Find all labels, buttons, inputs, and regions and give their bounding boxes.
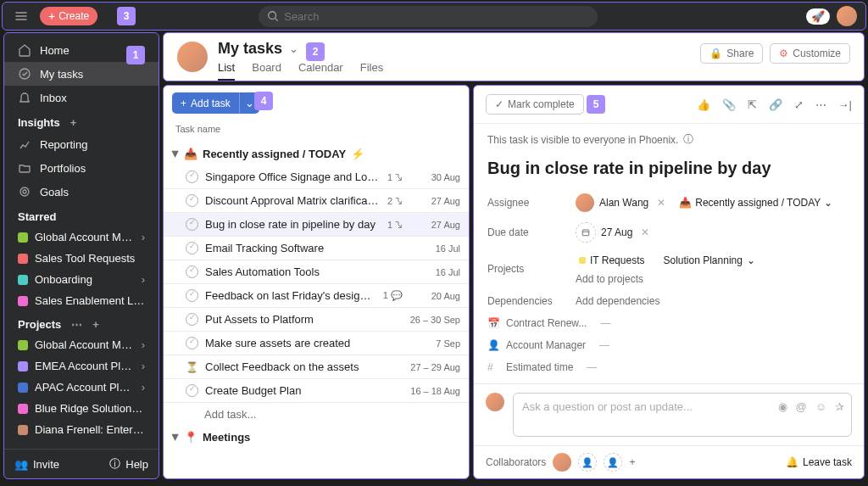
complete-checkbox[interactable]	[186, 242, 198, 254]
attachment-icon[interactable]: 📎	[722, 98, 736, 111]
complete-checkbox[interactable]	[186, 265, 198, 278]
complete-checkbox[interactable]	[186, 289, 198, 302]
leave-task-button[interactable]: 🔔 Leave task	[786, 456, 852, 468]
plus-icon[interactable]: +	[70, 116, 77, 129]
mention-icon[interactable]: @	[796, 400, 807, 413]
tab-board[interactable]: Board	[252, 61, 281, 81]
remove-assignee-icon[interactable]: ✕	[654, 197, 669, 209]
invite-button[interactable]: 👥 Invite	[14, 456, 59, 472]
more-icon[interactable]: ⋯	[815, 98, 826, 111]
tab-calendar[interactable]: Calendar	[298, 61, 343, 81]
sidebar-project-item[interactable]: Diana Frenell: Enterprise...	[4, 419, 159, 440]
add-task-inline[interactable]: Add task...	[164, 403, 469, 426]
nav-goals[interactable]: Goals	[4, 180, 159, 204]
task-row[interactable]: Email Tracking Software16 Jul	[164, 237, 469, 260]
callout-5: 5	[587, 95, 605, 114]
task-date: 16 – 18 Aug	[409, 386, 460, 396]
nav-portfolios[interactable]: Portfolios	[4, 156, 159, 180]
task-title[interactable]: Bug in close rate in pipeline by day	[474, 155, 864, 188]
create-button[interactable]: Create	[40, 7, 97, 25]
custom-field-row[interactable]: 👤Account Manager—	[474, 334, 864, 356]
detail-toolbar: ✓ Mark complete 👍 📎 ⇱ 🔗 ⤢ ⋯ →|	[474, 86, 864, 124]
task-row[interactable]: ⏳Collect Feedback on the assets27 – 29 A…	[164, 355, 469, 379]
more-icon[interactable]: ⋯	[71, 318, 82, 331]
sidebar-starred-item[interactable]: Onboarding›	[4, 269, 159, 290]
complete-checkbox[interactable]	[186, 170, 198, 183]
hourglass-icon[interactable]: ⏳	[186, 360, 198, 373]
section-selector[interactable]: 📥 Recently assigned / TODAY ⌄	[674, 195, 837, 210]
complete-checkbox[interactable]	[186, 218, 198, 231]
bell-icon	[18, 91, 31, 104]
calendar-icon[interactable]	[576, 222, 596, 243]
add-dependencies[interactable]: Add dependencies	[576, 295, 659, 307]
chevron-down-icon[interactable]: ⌄	[289, 42, 298, 55]
plus-icon[interactable]: +	[92, 318, 99, 331]
section-emoji: 📥	[184, 148, 198, 160]
add-to-projects[interactable]: Add to projects	[576, 273, 643, 285]
menu-icon[interactable]	[11, 6, 31, 26]
task-section-header[interactable]: ▶📥Recently assigned / TODAY⚡	[164, 142, 469, 165]
complete-checkbox[interactable]	[186, 194, 198, 207]
task-row[interactable]: Feedback on last Friday's design team pr…	[164, 284, 469, 308]
record-icon[interactable]: ◉	[778, 400, 787, 413]
subtask-icon[interactable]: ⇱	[748, 98, 757, 111]
project-label: Global Account Man...	[35, 338, 135, 351]
customize-button[interactable]: ⚙ Customize	[770, 43, 850, 64]
share-button[interactable]: 🔒 Share	[700, 43, 763, 64]
custom-field-row[interactable]: 📅Contract Renew...—	[474, 312, 864, 334]
field-dependencies: Dependencies Add dependencies	[474, 290, 864, 312]
add-collaborator[interactable]: 👤	[604, 453, 622, 472]
link-icon[interactable]: 🔗	[769, 98, 782, 111]
user-avatar[interactable]	[177, 42, 208, 72]
sidebar-project-item[interactable]: EMEA Account Plans›	[4, 355, 159, 377]
task-row[interactable]: Singapore Office Signage and Logistics1 …	[164, 165, 469, 189]
sidebar-project-item[interactable]: Global Account Man...›	[4, 334, 159, 355]
add-collaborator[interactable]: 👤	[578, 453, 597, 472]
task-row[interactable]: Create Budget Plan16 – 18 Aug	[164, 379, 469, 403]
sidebar-project-item[interactable]: Blue Ridge Solutions - A...	[4, 398, 159, 419]
user-avatar[interactable]	[837, 6, 857, 26]
help-button[interactable]: ⓘ Help	[109, 456, 148, 472]
comment-input[interactable]: Ask a question or post an update... ◉ @ …	[513, 393, 852, 437]
sidebar-project-item[interactable]: APAC Account Plans›	[4, 377, 159, 398]
add-collaborator-plus[interactable]: +	[629, 456, 635, 468]
mark-complete-button[interactable]: ✓ Mark complete	[486, 94, 584, 115]
sidebar-starred-item[interactable]: Global Account Man...›	[4, 226, 159, 248]
svg-rect-4	[582, 230, 589, 236]
complete-checkbox[interactable]	[186, 337, 198, 349]
close-panel-icon[interactable]: →|	[838, 98, 852, 111]
star-icon[interactable]: ✰	[835, 400, 844, 413]
tab-list[interactable]: List	[218, 61, 235, 81]
inbox-icon: 📥	[679, 197, 692, 209]
sidebar-starred-item[interactable]: Sales Tool Requests	[4, 248, 159, 269]
upgrade-pill[interactable]: 🚀	[806, 8, 830, 25]
project-tag[interactable]: IT Requests	[576, 253, 648, 268]
assignee-chip[interactable]: Alan Wang ✕	[576, 193, 669, 212]
task-row[interactable]: Discount Approval Matrix clarification2 …	[164, 189, 469, 213]
remove-date-icon[interactable]: ✕	[637, 226, 653, 238]
task-row[interactable]: Sales Automation Tools16 Jul	[164, 260, 469, 284]
task-row[interactable]: Make sure assets are created7 Sep	[164, 332, 469, 355]
task-row[interactable]: Bug in close rate in pipeline by day1 27…	[164, 213, 469, 237]
duedate-value[interactable]: 27 Aug	[601, 226, 632, 238]
complete-checkbox[interactable]	[186, 313, 198, 326]
callout-1: 1	[126, 46, 145, 64]
nav-reporting[interactable]: Reporting	[4, 132, 159, 156]
task-section-header[interactable]: ▶📍Meetings	[164, 426, 469, 449]
collaborator-avatar[interactable]	[553, 453, 571, 472]
add-task-button[interactable]: + Add task	[172, 92, 239, 114]
task-date: 27 – 29 Aug	[409, 362, 460, 372]
project-tag[interactable]: Solution Planning ⌄	[659, 253, 758, 268]
emoji-icon[interactable]: ☺	[815, 400, 826, 413]
complete-checkbox[interactable]	[186, 384, 198, 397]
search-input[interactable]	[259, 6, 598, 27]
sidebar-starred-item[interactable]: Sales Enablement Library	[4, 290, 159, 311]
custom-field-row[interactable]: #Estimated time—	[474, 356, 864, 378]
nav-inbox[interactable]: Inbox	[4, 86, 159, 109]
expand-icon[interactable]: ⤢	[794, 98, 804, 111]
nav-my-tasks[interactable]: My tasks	[4, 62, 159, 86]
like-icon[interactable]: 👍	[697, 98, 710, 111]
info-icon[interactable]: ⓘ	[683, 132, 693, 147]
task-row[interactable]: Put Assets to Platform26 – 30 Sep	[164, 308, 469, 332]
tab-files[interactable]: Files	[360, 61, 383, 81]
